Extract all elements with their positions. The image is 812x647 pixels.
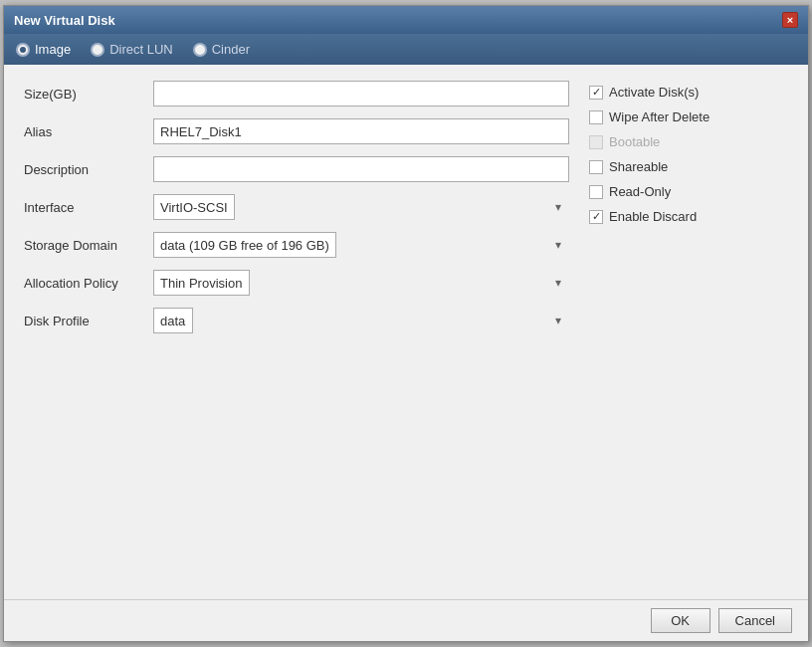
enable-discard-label: Enable Discard — [609, 209, 697, 224]
tab-direct-lun-radio[interactable] — [91, 43, 104, 57]
interface-row: Interface VirtIO-SCSI VirtIO IDE — [24, 194, 569, 220]
tab-bar: Image Direct LUN Cinder — [4, 34, 808, 65]
allocation-policy-select[interactable]: Thin Provision Preallocated — [153, 270, 250, 296]
cancel-button[interactable]: Cancel — [718, 608, 792, 633]
interface-select-wrapper: VirtIO-SCSI VirtIO IDE — [153, 194, 569, 220]
allocation-policy-label: Allocation Policy — [24, 276, 153, 291]
alias-row: Alias — [24, 118, 569, 144]
enable-discard-checkbox[interactable] — [589, 210, 603, 224]
activate-disks-label: Activate Disk(s) — [609, 85, 699, 100]
read-only-row[interactable]: Read-Only — [589, 184, 788, 199]
size-row: Size(GB) — [24, 81, 569, 107]
bootable-checkbox — [589, 135, 603, 149]
new-virtual-disk-dialog: New Virtual Disk × Image Direct LUN Cind… — [3, 5, 809, 642]
storage-domain-row: Storage Domain data (109 GB free of 196 … — [24, 232, 569, 258]
tab-image-radio[interactable] — [16, 43, 30, 57]
description-label: Description — [24, 162, 153, 177]
close-button[interactable]: × — [782, 12, 798, 28]
tab-image-label: Image — [35, 42, 71, 57]
ok-button[interactable]: OK — [651, 608, 710, 633]
wipe-after-delete-row[interactable]: Wipe After Delete — [589, 109, 788, 124]
tab-cinder[interactable]: Cinder — [193, 42, 250, 57]
wipe-after-delete-label: Wipe After Delete — [609, 109, 710, 124]
storage-domain-select[interactable]: data (109 GB free of 196 GB) — [153, 232, 336, 258]
form-panel: Size(GB) Alias Description Interface Vir… — [24, 81, 569, 583]
activate-disks-row[interactable]: Activate Disk(s) — [589, 85, 788, 100]
interface-label: Interface — [24, 200, 153, 215]
interface-select[interactable]: VirtIO-SCSI VirtIO IDE — [153, 194, 235, 220]
bootable-label: Bootable — [609, 134, 660, 149]
storage-domain-select-wrapper: data (109 GB free of 196 GB) — [153, 232, 569, 258]
tab-direct-lun[interactable]: Direct LUN — [91, 42, 173, 57]
bootable-row: Bootable — [589, 134, 788, 149]
alias-input[interactable] — [153, 118, 569, 144]
read-only-label: Read-Only — [609, 184, 671, 199]
allocation-policy-select-wrapper: Thin Provision Preallocated — [153, 270, 569, 296]
size-input[interactable] — [153, 81, 569, 107]
dialog-footer: OK Cancel — [4, 599, 808, 641]
description-input[interactable] — [153, 156, 569, 182]
disk-profile-select-wrapper: data — [153, 308, 569, 333]
shareable-checkbox[interactable] — [589, 160, 603, 174]
size-label: Size(GB) — [24, 87, 153, 102]
tab-cinder-label: Cinder — [212, 42, 250, 57]
disk-profile-row: Disk Profile data — [24, 308, 569, 333]
shareable-row[interactable]: Shareable — [589, 159, 788, 174]
title-bar: New Virtual Disk × — [4, 6, 808, 34]
activate-disks-checkbox[interactable] — [589, 86, 603, 100]
dialog-title: New Virtual Disk — [14, 13, 115, 28]
allocation-policy-row: Allocation Policy Thin Provision Preallo… — [24, 270, 569, 296]
description-row: Description — [24, 156, 569, 182]
alias-label: Alias — [24, 124, 153, 139]
disk-profile-label: Disk Profile — [24, 314, 153, 328]
tab-direct-lun-label: Direct LUN — [109, 42, 173, 57]
storage-domain-label: Storage Domain — [24, 238, 153, 253]
disk-profile-select[interactable]: data — [153, 308, 193, 333]
wipe-after-delete-checkbox[interactable] — [589, 110, 603, 124]
enable-discard-row[interactable]: Enable Discard — [589, 209, 788, 224]
tab-cinder-radio[interactable] — [193, 43, 207, 57]
read-only-checkbox[interactable] — [589, 185, 603, 199]
dialog-content: Size(GB) Alias Description Interface Vir… — [4, 65, 808, 599]
shareable-label: Shareable — [609, 159, 668, 174]
tab-image[interactable]: Image — [16, 42, 71, 57]
options-panel: Activate Disk(s) Wipe After Delete Boota… — [589, 81, 788, 583]
